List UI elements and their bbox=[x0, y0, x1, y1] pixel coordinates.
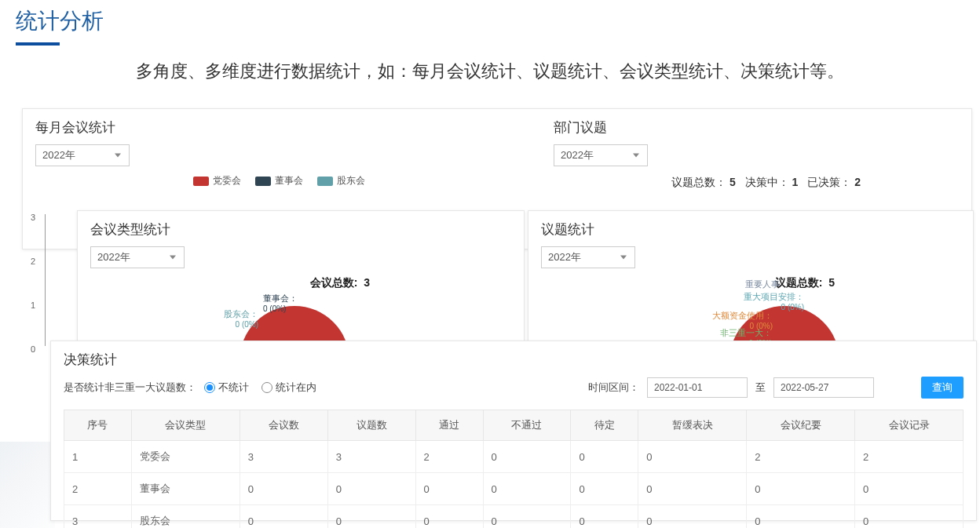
table-cell: 党委会 bbox=[131, 441, 240, 473]
table-header: 议题数 bbox=[327, 410, 415, 441]
page-subtitle: 多角度、多维度进行数据统计，如：每月会议统计、议题统计、会议类型统计、决策统计等… bbox=[0, 60, 980, 83]
table-header: 会议纪要 bbox=[747, 410, 855, 441]
table-row: 1党委会33200022 bbox=[64, 441, 964, 473]
legend-label: 股东会 bbox=[337, 174, 365, 188]
pie-label-renshi: 重要人事 bbox=[745, 279, 780, 289]
table-header: 不通过 bbox=[483, 410, 571, 441]
table-cell: 0 bbox=[638, 505, 747, 529]
table-header: 会议数 bbox=[240, 410, 327, 441]
meeting-type-year-select[interactable]: 2022年 bbox=[90, 246, 185, 268]
filter-label: 是否统计非三重一大议题数： bbox=[64, 381, 196, 395]
legend-item: 董事会 bbox=[255, 174, 303, 188]
meeting-type-card: 会议类型统计 2022年 会议总数: 3 董事会：0 (0%) 股东会：0 (0… bbox=[77, 210, 525, 359]
dept-title: 部门议题 bbox=[554, 118, 959, 137]
time-label: 时间区间： bbox=[588, 381, 639, 395]
table-header: 序号 bbox=[64, 410, 132, 441]
table-cell: 0 bbox=[240, 505, 327, 529]
table-cell: 0 bbox=[638, 441, 747, 473]
date-to-input[interactable] bbox=[773, 377, 874, 398]
table-cell: 3 bbox=[327, 441, 415, 473]
table-header: 会议类型 bbox=[131, 410, 240, 441]
radio-icon bbox=[204, 382, 215, 393]
topic-stats-total: 议题总数: 5 bbox=[775, 276, 835, 290]
pie-label-gudonghui: 股东会：0 (0%) bbox=[224, 309, 258, 330]
table-row: 2董事会00000000 bbox=[64, 473, 964, 505]
legend-label: 董事会 bbox=[275, 174, 303, 188]
table-cell: 0 bbox=[483, 441, 571, 473]
table-cell: 2 bbox=[64, 473, 132, 505]
table-row: 3股东会00000000 bbox=[64, 505, 964, 529]
meeting-type-total: 会议总数: 3 bbox=[310, 276, 370, 290]
table-cell: 2 bbox=[415, 441, 483, 473]
legend-label: 党委会 bbox=[213, 174, 241, 188]
background-decoration bbox=[0, 442, 55, 528]
monthly-legend: 党委会 董事会 股东会 bbox=[35, 174, 522, 188]
dept-stats: 议题总数：5 决策中：1 已决策：2 bbox=[671, 176, 959, 190]
table-cell: 0 bbox=[327, 505, 415, 529]
table-cell: 0 bbox=[483, 505, 571, 529]
pie-label-dongshihui: 董事会：0 (0%) bbox=[263, 293, 298, 314]
table-cell: 0 bbox=[855, 505, 964, 529]
table-cell: 3 bbox=[240, 441, 327, 473]
query-button[interactable]: 查询 bbox=[921, 377, 964, 399]
table-cell: 0 bbox=[240, 473, 327, 505]
decision-table: 序号会议类型会议数议题数通过不通过待定暂缓表决会议纪要会议记录 1党委会3320… bbox=[64, 410, 964, 528]
radio-no[interactable]: 不统计 bbox=[204, 381, 249, 395]
legend-item: 党委会 bbox=[193, 174, 241, 188]
decision-title: 决策统计 bbox=[64, 351, 964, 369]
legend-swatch bbox=[193, 177, 209, 186]
pie-label-xiangmu: 重大项目安排：0 (0%) bbox=[744, 292, 804, 312]
table-header: 会议记录 bbox=[855, 410, 964, 441]
topic-stats-card: 议题统计 2022年 议题总数: 5 重要人事 重大项目安排：0 (0%) 大额… bbox=[528, 210, 974, 359]
table-cell: 董事会 bbox=[131, 473, 240, 505]
table-cell: 0 bbox=[415, 473, 483, 505]
table-header: 通过 bbox=[415, 410, 483, 441]
table-cell: 股东会 bbox=[131, 505, 240, 529]
meeting-type-title: 会议类型统计 bbox=[90, 220, 511, 239]
table-cell: 0 bbox=[855, 473, 964, 505]
date-from-input[interactable] bbox=[647, 377, 748, 398]
radio-group: 不统计 统计在内 bbox=[204, 381, 316, 395]
monthly-title: 每月会议统计 bbox=[35, 118, 522, 137]
table-cell: 3 bbox=[64, 505, 132, 529]
table-cell: 2 bbox=[855, 441, 964, 473]
y-axis-line bbox=[45, 214, 46, 346]
table-cell: 0 bbox=[415, 505, 483, 529]
table-cell: 0 bbox=[747, 473, 855, 505]
page-title: 统计分析 bbox=[0, 0, 980, 36]
topic-stats-title: 议题统计 bbox=[541, 220, 960, 239]
table-cell: 0 bbox=[747, 505, 855, 529]
table-cell: 0 bbox=[571, 441, 638, 473]
legend-swatch bbox=[255, 177, 271, 186]
decision-card: 决策统计 是否统计非三重一大议题数： 不统计 统计在内 时间区间： 至 查询 序… bbox=[50, 340, 977, 521]
table-cell: 1 bbox=[64, 441, 132, 473]
table-cell: 0 bbox=[638, 473, 747, 505]
table-cell: 0 bbox=[327, 473, 415, 505]
y-axis-ticks: 3 2 1 0 bbox=[31, 213, 35, 366]
monthly-year-select[interactable]: 2022年 bbox=[35, 144, 130, 166]
radio-icon bbox=[261, 382, 272, 393]
dept-year-select[interactable]: 2022年 bbox=[554, 144, 648, 166]
table-cell: 0 bbox=[483, 473, 571, 505]
legend-swatch bbox=[317, 177, 333, 186]
legend-item: 股东会 bbox=[317, 174, 365, 188]
to-label: 至 bbox=[755, 381, 766, 395]
title-underline bbox=[16, 42, 60, 46]
table-header: 待定 bbox=[571, 410, 638, 441]
table-cell: 0 bbox=[571, 473, 638, 505]
table-cell: 2 bbox=[747, 441, 855, 473]
table-header: 暂缓表决 bbox=[638, 410, 747, 441]
table-cell: 0 bbox=[571, 505, 638, 529]
radio-yes[interactable]: 统计在内 bbox=[261, 381, 316, 395]
topic-stats-year-select[interactable]: 2022年 bbox=[541, 246, 635, 268]
